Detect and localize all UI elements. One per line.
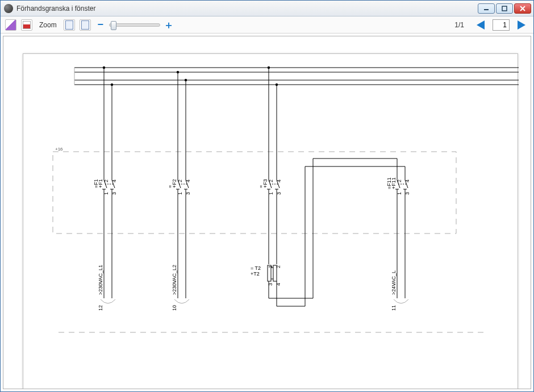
frame-label: +16 bbox=[55, 147, 63, 152]
svg-text:+T2: +T2 bbox=[251, 271, 260, 277]
edit-icon[interactable] bbox=[5, 19, 16, 31]
toolbar: Zoom − ＋ 1/1 bbox=[1, 16, 533, 34]
window-title: Förhandsgranska i fönster bbox=[16, 5, 478, 12]
svg-text:1: 1 bbox=[268, 265, 273, 268]
print-icon[interactable] bbox=[80, 19, 91, 31]
svg-text:+F3: +F3 bbox=[262, 179, 268, 188]
svg-rect-1 bbox=[502, 6, 507, 11]
group-frame: +16 bbox=[53, 147, 456, 233]
pdf-export-icon[interactable] bbox=[21, 19, 32, 31]
svg-text:>24VAC_L: >24VAC_L bbox=[391, 270, 397, 295]
svg-text:4: 4 bbox=[404, 180, 410, 182]
titlebar: Förhandsgranska i fönster bbox=[1, 1, 533, 16]
svg-text:>230VAC_L2: >230VAC_L2 bbox=[172, 265, 177, 295]
svg-text:10: 10 bbox=[172, 305, 177, 311]
page-number-input[interactable] bbox=[493, 19, 510, 31]
preview-page: +16 =F1 +F1 2 1 4 3 bbox=[23, 53, 518, 389]
schematic-drawing: +16 =F1 +F1 2 1 4 3 bbox=[23, 54, 519, 389]
column-4: =F11 +F11 2 1 4 3 >24VAC_L 11 bbox=[386, 176, 410, 311]
column-2: = +F2 2 1 4 3 >230VAC_L2 10 bbox=[167, 71, 191, 311]
bus-rails bbox=[74, 68, 519, 85]
zoom-controls: − ＋ bbox=[95, 20, 174, 30]
next-page-button[interactable] bbox=[514, 19, 529, 31]
svg-text:+F2: +F2 bbox=[172, 179, 177, 188]
page-view-icon[interactable] bbox=[64, 19, 75, 31]
prev-page-button[interactable] bbox=[473, 19, 488, 31]
zoom-slider-thumb[interactable] bbox=[111, 21, 116, 30]
column-1: =F1 +F1 2 1 4 3 >230VAC_L1 12 bbox=[93, 66, 117, 311]
svg-text:2: 2 bbox=[103, 180, 109, 182]
arrow-left-icon bbox=[477, 20, 485, 30]
svg-text:4: 4 bbox=[185, 180, 191, 182]
svg-text:11: 11 bbox=[391, 305, 397, 311]
zoom-in-button[interactable]: ＋ bbox=[164, 20, 174, 30]
page-indicator: 1/1 bbox=[454, 21, 464, 29]
svg-text:2: 2 bbox=[397, 180, 402, 182]
svg-text:2: 2 bbox=[268, 180, 274, 182]
svg-text:>230VAC_L1: >230VAC_L1 bbox=[98, 265, 103, 295]
svg-text:+F1: +F1 bbox=[98, 179, 103, 188]
close-button[interactable] bbox=[514, 3, 531, 14]
svg-text:12: 12 bbox=[98, 305, 103, 311]
svg-text:2: 2 bbox=[177, 180, 183, 182]
window-buttons bbox=[478, 3, 531, 14]
zoom-label: Zoom bbox=[39, 21, 57, 29]
svg-text:4: 4 bbox=[111, 180, 117, 182]
app-icon bbox=[4, 4, 13, 13]
svg-text:+F11: +F11 bbox=[391, 177, 397, 189]
svg-text:= T2: = T2 bbox=[251, 265, 261, 271]
maximize-button[interactable] bbox=[496, 3, 513, 14]
preview-canvas[interactable]: +16 =F1 +F1 2 1 4 3 bbox=[3, 36, 531, 389]
zoom-out-button[interactable]: − bbox=[95, 20, 106, 30]
zoom-slider[interactable] bbox=[109, 23, 160, 27]
svg-text:4: 4 bbox=[276, 180, 282, 182]
minimize-button[interactable] bbox=[478, 3, 495, 14]
column-3: = +F3 2 1 4 3 = T2 +T2 1 2 3 4 bbox=[251, 66, 405, 306]
arrow-right-icon bbox=[518, 20, 525, 30]
svg-text:2: 2 bbox=[276, 265, 281, 268]
